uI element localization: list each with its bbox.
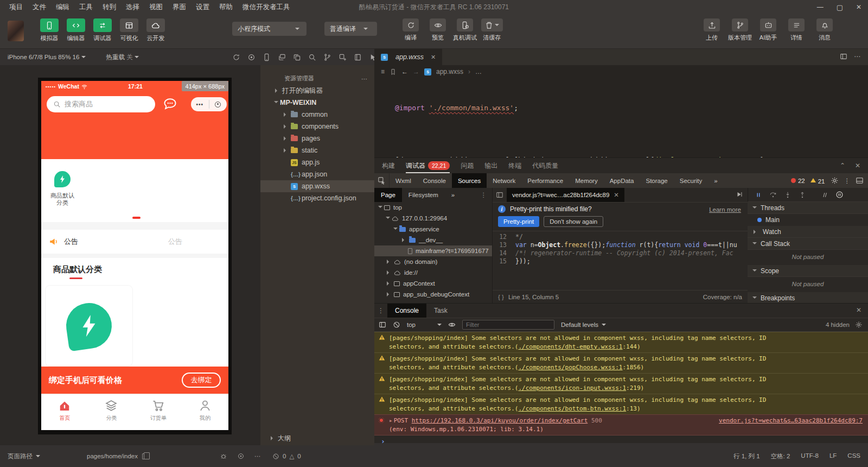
hot-reload-toggle[interactable]: 热重载 关 xyxy=(106,53,139,61)
devtools-tab-storage[interactable]: Storage xyxy=(640,173,673,188)
debug-status-icon[interactable] xyxy=(220,452,227,460)
log-levels-select[interactable]: Default levels xyxy=(561,321,606,328)
tree-mainframe[interactable]: mainframe?t=1769591677 xyxy=(374,245,492,256)
tree-debugcontext[interactable]: app_sub_debugContext xyxy=(374,289,492,300)
console-error[interactable]: ▸POST https://192.168.0.3/api/kuyou/orde… xyxy=(374,414,868,436)
devtools-tab-sources[interactable]: Sources xyxy=(452,173,487,188)
indentation-status[interactable]: 空格: 2 xyxy=(771,452,790,460)
tab-order[interactable]: 订货单 xyxy=(135,394,182,430)
menu-settings[interactable]: 设置 xyxy=(191,3,214,12)
breadcrumb-file[interactable]: app.wxss xyxy=(436,68,463,75)
tree-appservice[interactable]: appservice xyxy=(374,224,492,235)
pause-icon[interactable] xyxy=(755,191,762,199)
visualization-toggle-button[interactable]: 可视化 xyxy=(118,18,141,42)
multi-window-icon[interactable] xyxy=(278,53,286,61)
devtools-tab-memory[interactable]: Memory xyxy=(569,173,604,188)
outline-section[interactable]: 大纲 xyxy=(260,432,374,444)
devtools-tab-network[interactable]: Network xyxy=(487,173,521,188)
tab-problems[interactable]: 问题 xyxy=(461,158,474,173)
upload-button[interactable]: 上传 xyxy=(700,18,724,42)
console-warning[interactable]: [pages/shopping/index] Some selectors ar… xyxy=(374,373,868,394)
filter-input[interactable] xyxy=(462,320,554,330)
category-shortcut[interactable]: 商品默认分类 xyxy=(46,171,79,206)
tree-top[interactable]: top xyxy=(374,202,492,213)
file-app-json[interactable]: {…}app.json xyxy=(260,168,374,180)
zoom-icon[interactable] xyxy=(308,53,316,61)
details-button[interactable]: 详情 xyxy=(784,18,808,42)
clear-console-icon[interactable] xyxy=(393,321,400,329)
language-status[interactable]: CSS xyxy=(847,452,860,460)
tree-dev[interactable]: __dev__ xyxy=(374,235,492,245)
messages-button[interactable]: 消息 xyxy=(813,18,837,42)
tab-app-wxss[interactable]: S app.wxss ✕ xyxy=(374,49,442,65)
target-icon[interactable] xyxy=(237,452,245,460)
devtools-tab-wxml[interactable]: Wxml xyxy=(390,173,417,188)
nav-back-icon[interactable]: ← xyxy=(401,68,408,75)
dont-show-again-button[interactable]: Don't show again xyxy=(544,216,603,227)
error-source-link[interactable]: vendor.js?t=wechat&s…63aac28b1f264dc89:7 xyxy=(719,416,863,425)
mode-select[interactable]: 小程序模式 xyxy=(232,22,307,36)
pretty-print-button[interactable]: Pretty-print xyxy=(498,216,539,227)
network-icon[interactable] xyxy=(323,53,331,61)
version-control-button[interactable]: 版本管理 xyxy=(728,18,752,42)
add-panel-icon[interactable] xyxy=(339,53,347,61)
rotate-icon[interactable] xyxy=(232,53,240,61)
minimize-button[interactable]: — xyxy=(817,3,824,11)
bookmark-icon[interactable] xyxy=(390,68,397,75)
tab-home[interactable]: 首页 xyxy=(41,394,88,430)
open-editors-row[interactable]: 打开的编辑器 xyxy=(260,85,374,97)
vendor-js-tab[interactable]: vendor.js?t=wec…ac28b1f264dc89✕ xyxy=(507,188,624,202)
tab-output[interactable]: 输出 xyxy=(484,158,497,173)
devtools-tab-security[interactable]: Security xyxy=(674,173,709,188)
statusbar-more-icon[interactable]: ⋯ xyxy=(254,452,261,460)
close-button[interactable]: ✕ xyxy=(856,3,861,11)
console-settings-icon[interactable] xyxy=(855,321,863,329)
maximize-button[interactable]: ▢ xyxy=(837,3,843,11)
resume-script-icon[interactable] xyxy=(736,191,743,198)
compile-button[interactable]: 编译 xyxy=(399,18,423,42)
console-warning[interactable]: [pages/shopping/index] Some selectors ar… xyxy=(374,332,868,352)
task-tab[interactable]: Task xyxy=(426,304,455,318)
navigator-menu-icon[interactable]: ⋮ xyxy=(481,191,487,199)
page-path-select[interactable]: 页面路径 xyxy=(8,452,40,460)
devtools-settings-icon[interactable] xyxy=(831,176,839,185)
devtools-tab-appdata[interactable]: AppData xyxy=(604,173,640,188)
menu-edit[interactable]: 编辑 xyxy=(51,3,74,12)
section-breakpoints[interactable]: Breakpoints xyxy=(748,292,868,303)
menu-goto[interactable]: 转到 xyxy=(98,3,121,12)
console-sidebar-icon[interactable] xyxy=(379,321,386,329)
record-icon[interactable] xyxy=(247,53,256,61)
avatar[interactable] xyxy=(8,21,24,41)
copy-path-icon[interactable] xyxy=(142,453,147,459)
device-frame-icon[interactable] xyxy=(263,53,271,61)
hidden-count[interactable]: 4 hidden xyxy=(826,321,850,328)
eol-status[interactable]: LF xyxy=(829,452,837,460)
context-select[interactable]: top xyxy=(407,321,442,328)
editor-toggle-button[interactable]: 编辑器 xyxy=(65,18,87,42)
deactivate-breakpoints-icon[interactable] xyxy=(821,191,828,199)
step-over-icon[interactable] xyxy=(769,191,777,199)
devtools-tab-console[interactable]: Console xyxy=(417,173,452,188)
explorer-more-icon[interactable]: ⋯ xyxy=(361,75,368,83)
toggle-navigator-icon[interactable] xyxy=(493,188,507,202)
simulator-toggle-button[interactable]: 模拟器 xyxy=(38,18,61,42)
remote-debug-button[interactable]: 真机调试 xyxy=(453,18,477,42)
compile-mode-select[interactable]: 普通编译 xyxy=(324,22,377,36)
clear-cache-button[interactable]: 清缓存 xyxy=(480,18,504,42)
category-card[interactable] xyxy=(46,286,132,366)
devtools-menu-icon[interactable]: ⋮ xyxy=(844,177,851,185)
error-count[interactable]: 22 xyxy=(791,178,805,184)
folder-static[interactable]: static xyxy=(260,144,374,156)
pages-icon[interactable] xyxy=(293,53,301,61)
capsule-close-button[interactable] xyxy=(209,102,227,108)
devtools-tabs-overflow[interactable]: » xyxy=(708,173,723,188)
folder-pages[interactable]: pages xyxy=(260,132,374,144)
tree-host[interactable]: 127.0.0.1:29964 xyxy=(374,213,492,224)
eye-icon[interactable] xyxy=(448,321,456,329)
learn-more-link[interactable]: Learn more xyxy=(709,206,741,213)
section-threads[interactable]: Threads xyxy=(748,202,868,214)
cloud-dev-button[interactable]: 云开发 xyxy=(144,18,167,42)
customer-service-icon[interactable] xyxy=(163,97,177,111)
section-call-stack[interactable]: Call Stack xyxy=(748,238,868,250)
nav-forward-icon[interactable]: → xyxy=(413,68,419,75)
